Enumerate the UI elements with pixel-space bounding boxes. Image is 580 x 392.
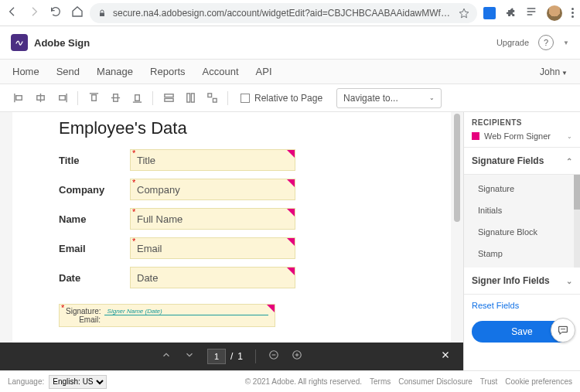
page-total: 1: [237, 351, 243, 362]
field-signature[interactable]: Signature: [464, 178, 580, 199]
copyright: © 2021 Adobe. All rights reserved.: [245, 377, 362, 386]
signature-fields-header[interactable]: Signature Fields ⌃: [464, 148, 580, 175]
svg-rect-6: [59, 96, 65, 101]
home-icon[interactable]: [71, 5, 84, 21]
language-select[interactable]: English: US: [49, 375, 107, 389]
align-top-button[interactable]: [84, 90, 103, 107]
header-right: Upgrade ? ▼: [496, 35, 569, 50]
svg-rect-8: [91, 95, 96, 101]
address-bar[interactable]: secure.na4.adobesign.com/account/widgetE…: [90, 3, 477, 23]
chevron-down-icon: ⌄: [567, 133, 572, 140]
recipient-row[interactable]: Web Form Signer ⌄: [472, 131, 572, 141]
chevron-up-icon: ⌃: [566, 157, 572, 165]
name-field[interactable]: *Full Name: [130, 208, 295, 230]
email-field[interactable]: *Email: [130, 237, 295, 259]
nav-account[interactable]: Account: [203, 66, 239, 77]
align-left-button[interactable]: [9, 90, 28, 107]
align-right-button[interactable]: [53, 90, 71, 107]
profile-avatar[interactable]: [547, 5, 562, 21]
field-signature-block[interactable]: Signature Block: [464, 221, 580, 243]
form-row: Date Date: [59, 267, 404, 288]
svg-rect-17: [207, 94, 211, 97]
nav-reports[interactable]: Reports: [150, 66, 186, 77]
app-header: Adobe Sign Upgrade ? ▼: [0, 26, 580, 59]
zoom-in-icon[interactable]: [292, 349, 302, 363]
pager-bar: / 1: [0, 343, 463, 370]
page-up-icon[interactable]: [161, 349, 172, 363]
user-menu[interactable]: John▼: [540, 66, 568, 77]
relative-to-page-label: Relative to Page: [254, 93, 322, 104]
field-initials[interactable]: Initials: [464, 199, 580, 221]
nav-send[interactable]: Send: [56, 66, 80, 77]
forward-icon[interactable]: [28, 5, 40, 21]
form-row: Email *Email: [59, 237, 404, 259]
match-height-button[interactable]: [181, 90, 200, 107]
field-label: Date: [59, 272, 130, 284]
panel-scroll-thumb[interactable]: [574, 175, 580, 210]
footer-cookies[interactable]: Cookie preferences: [505, 377, 572, 386]
scrollbar-thumb[interactable]: [454, 114, 460, 222]
svg-rect-14: [164, 98, 172, 101]
recipient-color-icon: [472, 132, 479, 140]
nav-home[interactable]: Home: [12, 66, 39, 77]
close-icon[interactable]: [440, 349, 451, 363]
recipient-name: Web Form Signer: [484, 131, 551, 141]
signer-info-header[interactable]: Signer Info Fields ⌄: [464, 268, 580, 295]
form-row: Company *Company: [59, 179, 404, 200]
adobe-sign-logo: [11, 34, 28, 51]
language-selector: Language: English: US: [8, 375, 107, 389]
svg-rect-12: [135, 95, 139, 101]
relative-to-page-checkbox[interactable]: Relative to Page: [241, 93, 322, 104]
chat-help-icon[interactable]: [551, 318, 575, 343]
match-both-button[interactable]: [203, 90, 221, 107]
upgrade-link[interactable]: Upgrade: [496, 38, 529, 47]
align-toolbar: Relative to Page Navigate to... ⌄: [0, 84, 580, 112]
match-width-button[interactable]: [159, 90, 178, 107]
translate-icon[interactable]: [483, 7, 496, 19]
zoom-out-icon[interactable]: [268, 349, 279, 363]
svg-point-24: [561, 329, 562, 329]
sig-email-label: Email:: [66, 315, 101, 324]
menu-dots-icon[interactable]: [571, 8, 574, 18]
nav-api[interactable]: API: [256, 66, 272, 77]
recipients-section: RECIPIENTS Web Form Signer ⌄: [464, 112, 580, 148]
sig-label: Signature:: [66, 307, 101, 315]
svg-rect-15: [186, 94, 189, 102]
reset-fields-link[interactable]: Reset Fields: [464, 295, 580, 316]
reading-list-icon[interactable]: [525, 5, 537, 21]
user-name: John: [540, 66, 560, 77]
align-center-v-button[interactable]: [106, 90, 125, 107]
help-caret[interactable]: ▼: [563, 39, 569, 46]
bookmark-star-icon[interactable]: [459, 8, 469, 19]
page-down-icon[interactable]: [184, 349, 195, 363]
footer-trust[interactable]: Trust: [480, 377, 497, 386]
canvas-scroll[interactable]: Employee's Data Title *Title Company *Co…: [0, 112, 463, 343]
reload-icon[interactable]: [49, 5, 62, 21]
title-field[interactable]: *Title: [130, 149, 295, 171]
signature-fields-list: Signature Initials Signature Block Stamp: [464, 175, 580, 268]
footer-terms[interactable]: Terms: [370, 377, 391, 386]
signature-block-field[interactable]: * Signature:Signer Name (Date) Email:: [59, 304, 275, 327]
page-input[interactable]: [207, 349, 226, 364]
recipients-title: RECIPIENTS: [472, 118, 572, 127]
align-bottom-button[interactable]: [128, 90, 146, 107]
field-stamp[interactable]: Stamp: [464, 243, 580, 264]
save-row: Save: [464, 316, 580, 347]
navigate-to-dropdown[interactable]: Navigate to... ⌄: [336, 88, 442, 108]
svg-rect-16: [191, 94, 194, 102]
company-field[interactable]: *Company: [130, 179, 295, 200]
field-label: Name: [59, 213, 130, 225]
form-row: Title *Title: [59, 149, 404, 171]
date-field[interactable]: Date: [130, 267, 295, 288]
nav-manage[interactable]: Manage: [97, 66, 133, 77]
signer-info-title: Signer Info Fields: [472, 275, 550, 286]
extensions-icon[interactable]: [505, 8, 516, 19]
lock-icon: [97, 9, 107, 18]
browser-nav: [6, 5, 84, 21]
align-center-h-button[interactable]: [31, 90, 49, 107]
footer-disclosure[interactable]: Consumer Disclosure: [398, 377, 473, 386]
chevron-down-icon: ⌄: [429, 94, 435, 101]
help-icon[interactable]: ?: [538, 35, 554, 50]
sig-line: Signer Name (Date): [104, 308, 268, 315]
back-icon[interactable]: [6, 5, 19, 21]
